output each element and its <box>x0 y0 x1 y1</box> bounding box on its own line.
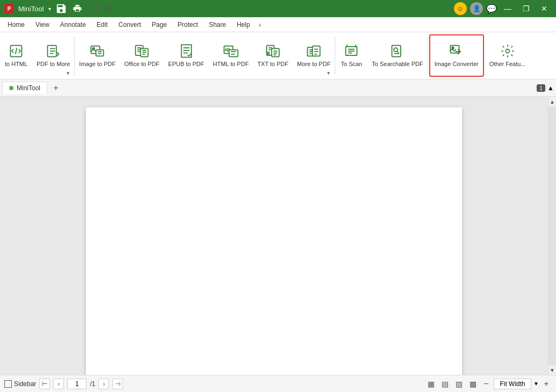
page-total: /1 <box>90 380 95 388</box>
main-content: ▲ ▼ <box>0 97 556 375</box>
document-page <box>86 107 462 375</box>
view-controls: ▦ ▤ ▧ ▩ − ▼ + <box>425 378 552 390</box>
toolbar-to-scan[interactable]: To Scan <box>335 32 367 79</box>
print-button[interactable] <box>71 3 83 14</box>
toolbar-office-to-pdf-label: Office to PDF <box>124 61 160 68</box>
view-grid[interactable]: ▩ <box>467 378 479 390</box>
toolbar-other-features-label: Other Featu... <box>489 61 526 68</box>
menu-more[interactable]: › <box>255 19 264 30</box>
page-last-button[interactable]: ⊣ <box>112 379 123 389</box>
toolbar-image-converter[interactable]: Image Converter <box>429 34 484 77</box>
menu-bar: Home View Annotate Edit Convert Page Pro… <box>0 17 556 32</box>
menu-protect[interactable]: Protect <box>172 19 204 31</box>
menu-edit[interactable]: Edit <box>91 19 113 31</box>
menu-annotate[interactable]: Annotate <box>55 19 91 31</box>
toolbar-epub-to-pdf-label: EPUB to PDF <box>168 61 204 68</box>
user-profile-icon[interactable]: 👤 <box>470 2 483 15</box>
tab-minitool[interactable]: MiniTool <box>2 82 47 94</box>
title-dropdown[interactable]: ▾ <box>48 6 51 12</box>
page-next-button[interactable]: › <box>98 379 109 389</box>
toolbar-txt-to-pdf-label: TXT to PDF <box>257 61 288 68</box>
toolbar-pdf-to-more[interactable]: PDF to More ▼ <box>32 32 74 79</box>
toolbar-image-to-pdf-label: Image to PDF <box>79 61 115 68</box>
sidebar-label: Sidebar <box>14 380 36 388</box>
page-prev-button[interactable]: ‹ <box>53 379 64 389</box>
app-title: MiniTool <box>18 5 44 13</box>
sidebar-toggle[interactable]: Sidebar <box>4 380 36 388</box>
toolbar-image-converter-label: Image Converter <box>435 61 479 68</box>
toolbar-to-html[interactable]: to HTML <box>0 32 32 79</box>
minimize-button[interactable]: — <box>500 3 515 14</box>
redo-button[interactable]: ↻ <box>103 3 114 15</box>
menu-view[interactable]: View <box>30 19 55 31</box>
zoom-out-button[interactable]: − <box>481 379 492 389</box>
toolbar-html-to-pdf-label: HTML to PDF <box>213 61 249 68</box>
zoom-in-button[interactable]: + <box>541 379 552 389</box>
scroll-down-arrow[interactable]: ▼ <box>548 365 556 375</box>
toolbar-to-searchable-pdf[interactable]: To Searchable PDF <box>367 32 427 79</box>
toolbar-other-features[interactable]: Other Featu... <box>485 32 530 79</box>
maximize-button[interactable]: ❐ <box>518 3 533 14</box>
scroll-track[interactable] <box>548 106 556 365</box>
save-button[interactable] <box>55 3 67 14</box>
toolbar-to-html-label: to HTML <box>5 61 27 68</box>
close-button[interactable]: ✕ <box>537 3 552 14</box>
tab-dot <box>9 86 13 90</box>
zoom-input[interactable] <box>494 379 531 389</box>
title-bar: P MiniTool ▾ ↺ ↻ ☺ 👤 💬 — ❐ ✕ <box>0 0 556 17</box>
view-double-page[interactable]: ▤ <box>439 378 451 390</box>
toolbar-to-searchable-pdf-label: To Searchable PDF <box>372 61 423 68</box>
tab-bar: MiniTool + 1 ▲ <box>0 79 556 97</box>
tab-scroll-up[interactable]: ▲ <box>547 84 554 92</box>
document-area <box>0 97 548 375</box>
title-left: P MiniTool ▾ ↺ ↻ <box>4 3 118 15</box>
svg-rect-8 <box>229 50 237 57</box>
profile-buttons: ☺ 👤 💬 — ❐ ✕ <box>454 2 552 15</box>
tab-page-num: 1 <box>537 84 545 92</box>
toolbar-pdf-to-more-arrow: ▼ <box>66 71 70 76</box>
tab-label: MiniTool <box>17 84 40 92</box>
toolbar-more-to-pdf-label: More to PDF <box>297 61 330 68</box>
toolbar: to HTML PDF to More ▼ Image to PDF Offic… <box>0 32 556 79</box>
account-icon[interactable]: ☺ <box>454 2 467 15</box>
view-single-page[interactable]: ▦ <box>425 378 437 390</box>
toolbar-to-scan-label: To Scan <box>341 61 362 68</box>
menu-home[interactable]: Home <box>2 19 30 31</box>
divider-3 <box>428 37 428 75</box>
svg-point-18 <box>506 49 509 53</box>
menu-help[interactable]: Help <box>232 19 256 31</box>
page-current-input[interactable] <box>67 379 86 389</box>
menu-page[interactable]: Page <box>147 19 172 31</box>
page-first-button[interactable]: ⊢ <box>39 379 50 389</box>
svg-rect-14 <box>392 45 401 56</box>
toolbar-html-to-pdf[interactable]: HTML to PDF <box>208 32 253 79</box>
undo-redo: ↺ ↻ <box>91 3 114 15</box>
toolbar-epub-to-pdf[interactable]: EPUB to PDF <box>164 32 208 79</box>
svg-point-15 <box>394 48 398 52</box>
toolbar-image-to-pdf[interactable]: Image to PDF <box>75 32 120 79</box>
toolbar-office-to-pdf[interactable]: Office to PDF <box>120 32 164 79</box>
chat-icon[interactable]: 💬 <box>486 4 497 14</box>
toolbar-txt-to-pdf[interactable]: TXT to PDF <box>253 32 293 79</box>
view-scroll[interactable]: ▧ <box>453 378 465 390</box>
zoom-dropdown-arrow[interactable]: ▼ <box>533 381 539 387</box>
app-logo: P <box>4 4 14 13</box>
undo-button[interactable]: ↺ <box>91 3 102 15</box>
bottom-bar: Sidebar ⊢ ‹ /1 › ⊣ ▦ ▤ ▧ ▩ − ▼ + <box>0 375 556 392</box>
menu-share[interactable]: Share <box>204 19 232 31</box>
tab-add-button[interactable]: + <box>49 82 62 95</box>
scrollbar-right: ▲ ▼ <box>548 97 556 375</box>
sidebar-checkbox[interactable] <box>4 380 12 388</box>
toolbar-pdf-to-more-label: PDF to More <box>37 61 70 68</box>
menu-convert[interactable]: Convert <box>113 19 147 31</box>
toolbar-more-to-pdf[interactable]: More to PDF ▼ <box>293 32 335 79</box>
svg-rect-4 <box>96 50 104 56</box>
toolbar-more-to-pdf-arrow: ▼ <box>326 71 330 76</box>
scroll-up-arrow[interactable]: ▲ <box>548 97 556 106</box>
